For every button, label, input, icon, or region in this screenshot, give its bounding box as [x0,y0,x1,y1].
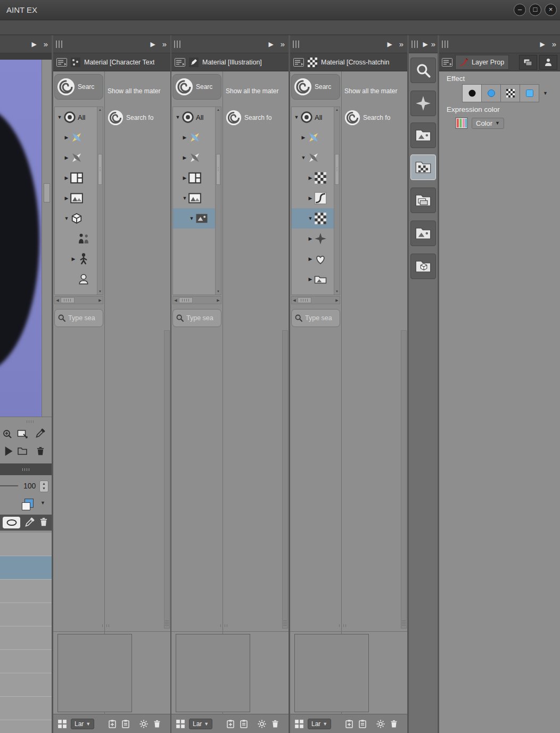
delete-material-icon[interactable] [270,719,280,729]
tree-expander-icon[interactable]: ▼ [307,216,314,221]
tree-item[interactable] [55,269,97,289]
thumbnail-grid-icon[interactable] [57,719,67,729]
scroll-up-icon[interactable]: ▲ [216,108,221,112]
tree-expander-icon[interactable]: ▶ [307,236,314,241]
canvas-vertical-scrollbar[interactable] [42,60,52,417]
canvas-horizontal-scrollbar[interactable] [0,417,52,426]
panel-menu-icon[interactable] [293,58,304,67]
close-button[interactable]: × [545,4,557,16]
trash-icon[interactable] [35,446,46,457]
tree-expander-icon[interactable]: ▶ [70,256,77,262]
scroll-left-icon[interactable]: ◀ [292,298,297,303]
thumbnail-grid-icon[interactable] [176,719,185,729]
assets-search-button[interactable]: Searc [54,74,103,100]
tree-item-all[interactable]: ▼All [55,107,97,127]
scroll-down-icon[interactable]: ▼ [334,289,340,294]
folder-3d-button[interactable] [410,254,436,279]
fit-to-screen-icon[interactable] [17,429,28,439]
layer-row[interactable] [0,673,52,697]
resize-grip[interactable] [102,624,110,627]
paste-material-icon[interactable] [358,719,367,729]
assets-search-link[interactable]: Search fo [226,110,281,126]
tree-vertical-scrollbar[interactable]: ▲ ▼ [97,107,103,295]
layer-row[interactable] [0,603,52,626]
scrollbar-thumb[interactable] [98,154,102,185]
palette-tab-layers-tab[interactable] [519,55,537,70]
material-search-box[interactable] [172,309,221,327]
palette-divider[interactable] [0,463,52,475]
tree-expander-icon[interactable]: ▶ [182,135,188,140]
scroll-up-icon[interactable]: ▲ [97,108,103,112]
effect-more-caret-icon[interactable]: ▼ [543,91,548,96]
panel-overflow-icon[interactable]: » [162,39,167,48]
scrollbar-thumb[interactable] [44,183,50,202]
tree-item[interactable]: ▼ [292,148,334,168]
thumbnail-size-dropdown[interactable]: Lar ▼ [71,719,94,729]
layer-row-selected[interactable] [0,556,52,580]
maximize-button[interactable]: □ [529,4,541,16]
tree-item[interactable]: ▼ [55,208,97,229]
tree-expander-icon[interactable]: ▶ [63,155,70,160]
panel-drag-grip[interactable] [56,40,62,48]
assets-search-button[interactable]: Searc [291,74,340,100]
tree-expander-icon[interactable]: ▼ [63,216,70,221]
collapse-arrow-icon[interactable]: ▶ [31,40,36,48]
tree-vertical-scrollbar[interactable]: ▲ ▼ [334,107,340,295]
tree-item[interactable]: ▶ [292,188,334,208]
tab-layer-property[interactable]: Layer Prop [455,55,509,70]
panel-drag-grip[interactable] [411,40,418,48]
resize-grip[interactable] [339,624,347,627]
panel-overflow-icon[interactable]: » [399,39,403,48]
tree-expander-icon[interactable]: ▶ [307,256,314,262]
tree-item[interactable]: ▶ [55,148,97,168]
panel-overflow-icon[interactable]: » [281,39,285,48]
tree-vertical-scrollbar[interactable]: ▲ ▼ [215,107,221,295]
tree-expander-icon[interactable]: ▶ [63,135,70,140]
tree-item-all[interactable]: ▼All [292,107,334,127]
scrollbar-thumb[interactable] [335,154,339,185]
folder-layers-button[interactable] [410,188,436,213]
panel-overflow-icon[interactable]: » [431,39,435,48]
material-search-box[interactable] [291,309,340,327]
resize-grip[interactable] [220,624,228,627]
tree-expander-icon[interactable]: ▶ [63,175,70,181]
settings-gear-icon[interactable] [257,719,267,729]
material-list-scrollbar[interactable] [282,330,288,629]
tree-expander-icon[interactable]: ▶ [182,175,188,181]
tree-horizontal-scrollbar[interactable]: ◀ ▶ [54,296,103,304]
tree-item[interactable]: ▼ [173,188,215,208]
material-list-scrollbar[interactable] [401,330,407,629]
paste-material-icon[interactable] [121,719,130,729]
divider-grip[interactable] [22,468,30,471]
panel-drag-grip[interactable] [442,40,448,48]
paste-material-icon[interactable] [239,719,249,729]
tree-item[interactable]: ▼ [292,208,334,229]
scroll-right-icon[interactable]: ▶ [334,298,340,303]
material-list-scrollbar[interactable] [164,330,170,629]
expression-color-dropdown[interactable]: Color ▼ [472,118,504,129]
collapse-arrow-icon[interactable]: ▶ [387,40,392,48]
play-icon[interactable] [3,446,14,457]
assets-search-button[interactable]: Searc [172,74,221,100]
tree-item[interactable]: ▶ [55,127,97,148]
tree-item[interactable]: ▶ [173,127,215,148]
tree-item[interactable]: ▼ [173,208,215,229]
folder-tone-button[interactable] [410,154,436,180]
panel-overflow-icon[interactable]: » [44,39,48,48]
collapse-arrow-icon[interactable]: ▶ [423,40,427,48]
tree-item[interactable]: ▶ [173,168,215,188]
assets-search-link[interactable]: Search fo [344,110,400,126]
panel-overflow-icon[interactable]: » [552,39,556,48]
layer-row[interactable] [0,697,52,720]
material-search-input[interactable] [186,314,217,322]
scroll-right-icon[interactable]: ▶ [216,298,221,303]
scrollbar-grip[interactable] [27,420,34,423]
tree-expander-icon[interactable]: ▶ [63,196,70,201]
layer-row[interactable] [0,580,52,603]
tree-expander-icon[interactable]: ▼ [175,115,181,120]
material-search-input[interactable] [305,314,336,322]
tree-expander-icon[interactable]: ▶ [300,135,307,140]
delete-material-icon[interactable] [389,719,399,729]
tree-horizontal-scrollbar[interactable]: ◀ ▶ [172,296,221,304]
material-search-box[interactable] [54,309,103,327]
